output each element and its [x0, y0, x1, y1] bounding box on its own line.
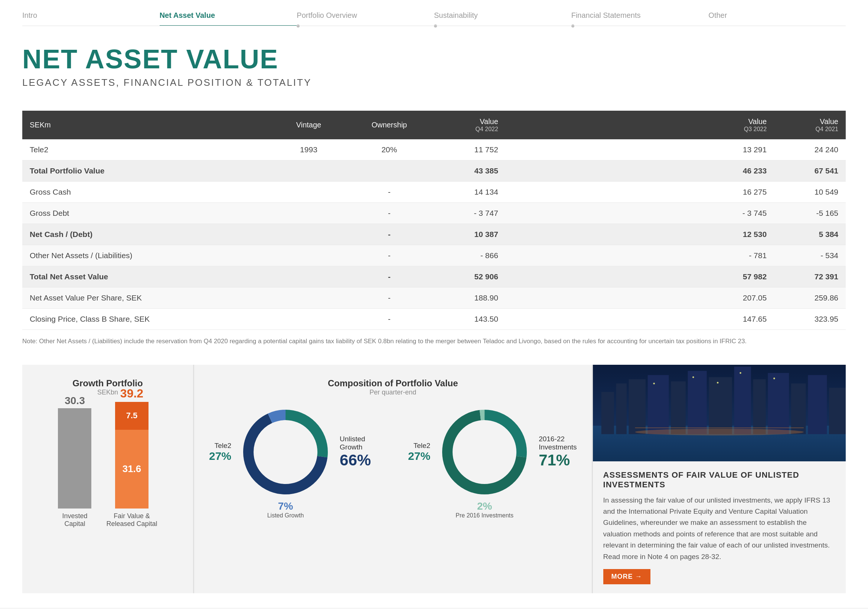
svg-rect-20: [791, 383, 806, 434]
svg-rect-13: [648, 375, 669, 434]
cell-name: Closing Price, Class B Share, SEK: [22, 309, 273, 330]
nav-item-nav[interactable]: Net Asset Value: [160, 10, 297, 26]
donut1: 7% Listed Growth: [237, 404, 334, 501]
more-button[interactable]: MORE →: [603, 569, 651, 584]
cell-spacer: [506, 309, 702, 330]
table-row: Other Net Assets / (Liabilities) - - 866…: [22, 245, 846, 266]
donut2-left-label: Tele2 27%: [408, 441, 430, 462]
table-note: Note: Other Net Assets / (Liabilities) i…: [22, 337, 846, 346]
svg-rect-21: [808, 375, 827, 434]
cell-name: Gross Debt: [22, 203, 273, 224]
donut1-listed-label: Listed Growth: [267, 512, 304, 519]
cell-name: Net Asset Value Per Share, SEK: [22, 288, 273, 309]
cell-value-q3-2022: 46 233: [702, 160, 774, 182]
cell-vintage: [273, 182, 344, 203]
svg-point-28: [635, 429, 803, 435]
cell-ownership: [344, 160, 434, 182]
svg-rect-14: [671, 381, 686, 434]
donut2-investments-label: 2016-22 Investments: [539, 435, 577, 451]
city-svg: [593, 365, 846, 461]
cell-vintage: [273, 288, 344, 309]
svg-rect-16: [709, 377, 732, 434]
nav-item-sustainability[interactable]: Sustainability: [434, 10, 571, 26]
asset-value-table: SEKm Vintage Ownership ValueQ4 2022 Valu…: [22, 111, 846, 330]
donut-subtitle: Per quarter-end: [209, 389, 577, 396]
donut2-svg: [436, 404, 533, 501]
svg-point-26: [739, 372, 741, 374]
assessment-heading: ASSESSMENTS OF FAIR VALUE OF UNLISTED IN…: [603, 470, 835, 490]
bar2-bottom: 31.6: [115, 430, 149, 508]
table-row: Closing Price, Class B Share, SEK - 143.…: [22, 309, 846, 330]
col-header-ownership: Ownership: [344, 111, 434, 139]
cell-spacer: [506, 139, 702, 160]
navigation: Intro Net Asset Value Portfolio Overview…: [0, 0, 868, 26]
cell-value-q3-2022: - 781: [702, 245, 774, 266]
bar1-top-label: 30.3: [65, 395, 85, 407]
cell-value-q4-2021: 5 384: [774, 224, 846, 245]
cell-value-q3-2022: - 3 745: [702, 203, 774, 224]
assessment-image: [593, 365, 846, 461]
col-header-sekm: SEKm: [22, 111, 273, 139]
cell-ownership: -: [344, 245, 434, 266]
bar-group-invested: 30.3 InvestedCapital: [58, 395, 91, 528]
cell-value-q3-2022: 147.65: [702, 309, 774, 330]
cell-ownership: -: [344, 288, 434, 309]
cell-value-q4-2022: - 3 747: [434, 203, 506, 224]
nav-item-other[interactable]: Other: [708, 10, 846, 26]
donut2: 2% Pre 2016 Investments: [436, 404, 533, 501]
footer: KINNEVIK Interim Report · Q4 2022 9: [0, 608, 868, 614]
cell-vintage: [273, 245, 344, 266]
cell-value-q4-2022: 188.90: [434, 288, 506, 309]
donut1-left-label: Tele2 27%: [209, 441, 231, 462]
cell-value-q4-2022: 143.50: [434, 309, 506, 330]
cell-ownership: -: [344, 266, 434, 288]
donut1-tele2-label: Tele2: [209, 441, 231, 450]
col-header-value-q4-2021: ValueQ4 2021: [774, 111, 846, 139]
col-header-value-q3-2022: ValueQ3 2022: [702, 111, 774, 139]
cell-value-q3-2022: 13 291: [702, 139, 774, 160]
cell-value-q4-2021: - 534: [774, 245, 846, 266]
donut2-bottom-label: 2% Pre 2016 Investments: [456, 501, 513, 519]
bar2-x-label: Fair Value &Released Capital: [106, 512, 157, 528]
cell-value-q3-2022: 207.05: [702, 288, 774, 309]
nav-item-portfolio[interactable]: Portfolio Overview: [297, 10, 434, 26]
donut2-pre2016-label: Pre 2016 Investments: [456, 512, 513, 519]
donuts-row: Tele2 27%: [209, 404, 577, 501]
cell-name: Gross Cash: [22, 182, 273, 203]
col-header-vintage: Vintage: [273, 111, 344, 139]
donut2-wrapper: Tele2 27%: [408, 404, 577, 501]
bar1: [58, 408, 91, 508]
donut-title: Composition of Portfolio Value: [209, 378, 577, 389]
donut2-right-label: 2016-22 Investments 71%: [539, 435, 577, 469]
bar2-stacked: 7.5 31.6: [115, 402, 149, 508]
cell-vintage: [273, 160, 344, 182]
cell-ownership: -: [344, 309, 434, 330]
nav-item-financial[interactable]: Financial Statements: [571, 10, 709, 26]
col-header-value-q4-2022: ValueQ4 2022: [434, 111, 506, 139]
cell-value-q4-2022: 10 387: [434, 224, 506, 245]
table-row: Total Portfolio Value 43 385 46 233 67 5…: [22, 160, 846, 182]
cell-vintage: [273, 224, 344, 245]
table-row: Total Net Asset Value - 52 906 57 982 72…: [22, 266, 846, 288]
donut-section: Composition of Portfolio Value Per quart…: [193, 365, 592, 593]
svg-rect-12: [629, 379, 645, 434]
cell-spacer: [506, 182, 702, 203]
cell-spacer: [506, 160, 702, 182]
assessment-text: ASSESSMENTS OF FAIR VALUE OF UNLISTED IN…: [593, 461, 846, 593]
cell-value-q4-2022: 52 906: [434, 266, 506, 288]
donut1-wrapper: Tele2 27%: [209, 404, 371, 501]
donut1-bottom-label: 7% Listed Growth: [267, 501, 304, 519]
cell-vintage: [273, 203, 344, 224]
table-row: Gross Cash - 14 134 16 275 10 549: [22, 182, 846, 203]
table-row: Gross Debt - - 3 747 - 3 745 -5 165: [22, 203, 846, 224]
cell-name: Total Net Asset Value: [22, 266, 273, 288]
bar-chart-area: 30.3 InvestedCapital 39.2 7.5 31.6: [36, 405, 180, 532]
cell-value-q3-2022: 16 275: [702, 182, 774, 203]
svg-point-27: [773, 378, 775, 379]
nav-item-intro[interactable]: Intro: [22, 10, 160, 26]
svg-point-23: [653, 382, 655, 384]
cell-spacer: [506, 245, 702, 266]
growth-portfolio-chart: Growth Portfolio SEKbn 30.3 InvestedCapi…: [22, 365, 193, 593]
svg-point-25: [716, 382, 718, 384]
cell-name: Total Portfolio Value: [22, 160, 273, 182]
